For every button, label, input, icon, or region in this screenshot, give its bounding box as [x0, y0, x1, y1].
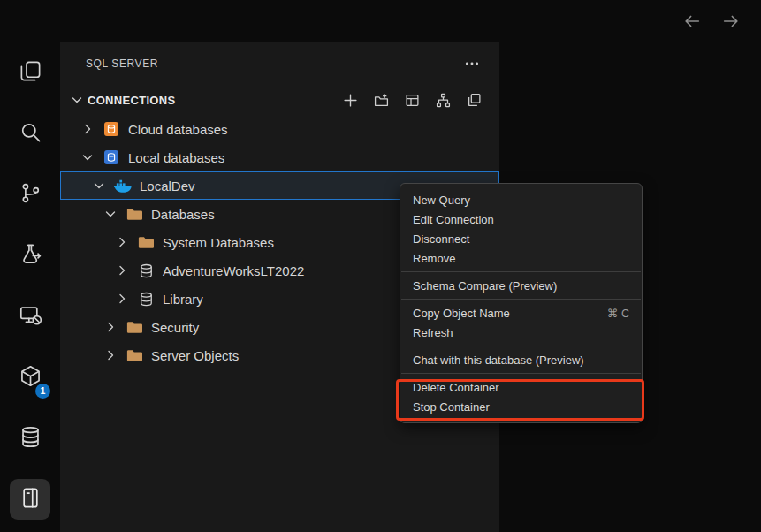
activity-bar: 1 [0, 42, 60, 532]
activity-source-control[interactable] [0, 164, 60, 225]
activity-barrel[interactable] [0, 408, 60, 469]
activity-remote-monitor[interactable] [0, 286, 60, 347]
menu-item-refresh[interactable]: Refresh [400, 323, 642, 342]
chevron-down-icon[interactable] [90, 179, 108, 193]
menu-separator [401, 346, 641, 346]
menu-item-shortcut: ⌘ C [607, 307, 629, 320]
menu-separator [401, 271, 641, 272]
monitor-disconnected-icon [19, 303, 42, 331]
cloud-databases-icon [102, 120, 121, 138]
barrel-container-icon [19, 425, 42, 452]
menu-item-new-query[interactable]: New Query [400, 190, 642, 209]
tree-item-label: Security [151, 320, 199, 335]
new-connection-group-icon[interactable] [371, 90, 391, 110]
chevron-right-icon[interactable] [79, 122, 96, 136]
search-icon [19, 120, 42, 148]
pages-copy-icon [19, 59, 42, 87]
connect-hierarchy-icon[interactable] [433, 90, 453, 110]
navigate-back-icon[interactable] [681, 11, 703, 32]
tree-item-label: Server Objects [151, 348, 239, 363]
menu-item-label: Disconnect [413, 232, 469, 246]
chevron-right-icon[interactable] [102, 348, 119, 362]
sql-server-database-icon [19, 486, 42, 513]
title-bar [0, 0, 761, 42]
chevron-down-icon[interactable] [69, 93, 85, 107]
flask-arrow-icon [19, 242, 42, 270]
folder-icon [136, 233, 156, 251]
connections-section-header[interactable]: CONNECTIONS [60, 85, 499, 115]
tree-item-label: Local databases [128, 150, 224, 165]
chevron-right-icon[interactable] [113, 235, 131, 249]
activity-pages-copy[interactable] [0, 42, 60, 103]
database-cylinder-icon [136, 262, 156, 279]
duplicate-icon[interactable] [464, 90, 483, 110]
context-menu: New Query Edit Connection Disconnect Rem… [400, 183, 643, 423]
tree-item-label: LocalDev [140, 179, 195, 194]
sidebar-header: SQL SERVER [60, 42, 499, 85]
database-cylinder-icon [136, 290, 156, 308]
chevron-right-icon[interactable] [113, 292, 131, 306]
navigate-forward-icon[interactable] [720, 11, 742, 32]
menu-separator [401, 373, 641, 374]
activity-flask[interactable] [0, 225, 60, 286]
menu-item-label: Chat with this database (Preview) [413, 353, 584, 367]
menu-item-label: New Query [413, 194, 470, 207]
tree-item-label: Cloud databases [128, 122, 228, 137]
menu-item-chat-with-database[interactable]: Chat with this database (Preview) [400, 350, 642, 369]
menu-item-edit-connection[interactable]: Edit Connection [400, 209, 642, 229]
folder-icon [125, 318, 144, 336]
folder-icon [125, 346, 144, 364]
tree-item-label: System Databases [163, 235, 274, 250]
docker-whale-icon [113, 177, 133, 194]
add-connection-icon[interactable] [340, 90, 360, 110]
sidebar-title: SQL SERVER [86, 57, 158, 70]
menu-item-label: Remove [413, 252, 455, 265]
connections-section-label: CONNECTIONS [88, 94, 175, 107]
folder-icon [125, 205, 144, 223]
activity-sql-server[interactable] [0, 469, 60, 530]
tree-item-local-databases[interactable]: Local databases [60, 143, 499, 171]
more-actions-icon[interactable] [464, 56, 480, 72]
menu-item-label: Schema Compare (Preview) [413, 279, 557, 293]
tree-item-cloud-databases[interactable]: Cloud databases [60, 115, 499, 143]
menu-item-disconnect[interactable]: Disconnect [400, 229, 642, 248]
activity-search[interactable] [0, 103, 60, 164]
chevron-down-icon[interactable] [102, 207, 119, 221]
tree-item-label: AdventureWorksLT2022 [163, 263, 304, 278]
menu-item-remove[interactable]: Remove [400, 248, 642, 268]
vscode-window: 1 SQL SERVER CONNECTIONS [0, 0, 761, 532]
menu-item-label: Stop Container [413, 400, 490, 414]
menu-item-copy-object-name[interactable]: Copy Object Name ⌘ C [400, 303, 642, 323]
chevron-right-icon[interactable] [113, 263, 131, 277]
menu-item-schema-compare[interactable]: Schema Compare (Preview) [400, 276, 642, 295]
menu-item-label: Delete Container [413, 381, 499, 394]
local-databases-icon [102, 148, 121, 166]
chevron-down-icon[interactable] [79, 150, 96, 164]
tree-item-label: Library [163, 292, 203, 307]
container-badge: 1 [35, 384, 50, 399]
chevron-right-icon[interactable] [102, 320, 119, 334]
menu-separator [401, 299, 641, 300]
menu-item-label: Copy Object Name [413, 307, 510, 320]
menu-item-delete-container[interactable]: Delete Container [400, 377, 642, 397]
source-control-branch-icon [19, 181, 42, 209]
new-table-icon[interactable] [402, 90, 422, 110]
menu-item-label: Edit Connection [413, 213, 494, 226]
menu-item-label: Refresh [413, 326, 453, 339]
tree-item-label: Databases [151, 207, 215, 222]
section-toolbar [340, 90, 483, 110]
menu-item-stop-container[interactable]: Stop Container [400, 397, 642, 416]
activity-containers[interactable]: 1 [0, 347, 60, 408]
